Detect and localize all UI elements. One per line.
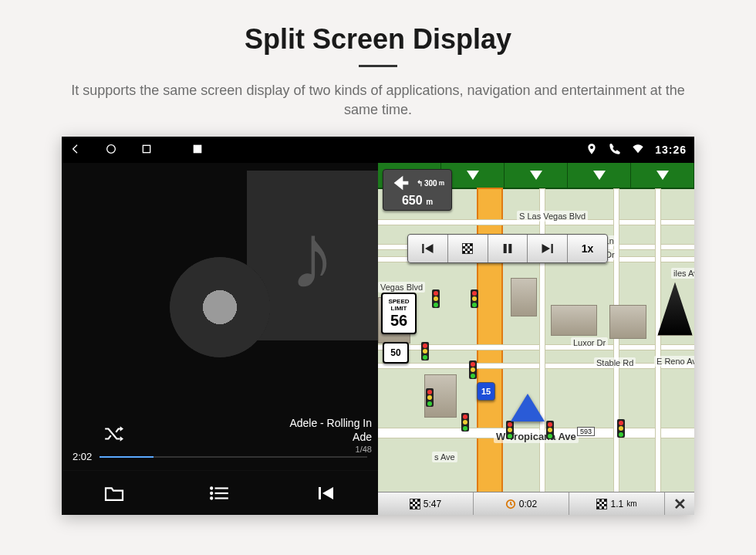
street-label: Luxor Dr	[571, 337, 608, 348]
music-pane: ♪ Adele - Rolling In Ade 1/48 2:02	[62, 163, 378, 515]
flag-icon	[410, 499, 420, 509]
road	[614, 189, 619, 492]
shuffle-button[interactable]	[103, 425, 123, 445]
page-title: Split Screen Display	[0, 23, 756, 56]
svg-point-8	[211, 497, 212, 499]
street-label: iles Ave	[671, 268, 694, 279]
nav-bottom-bar: 5:47 0:02 1.1 km ✕	[378, 492, 694, 515]
street-label: S Las Vegas Blvd	[517, 211, 588, 222]
lane-arrow	[568, 163, 631, 188]
building	[551, 305, 597, 336]
interstate-shield: 15	[477, 382, 495, 401]
pause-button[interactable]	[488, 235, 528, 262]
flag-icon	[596, 499, 607, 509]
svg-rect-13	[504, 244, 507, 253]
svg-marker-12	[425, 244, 434, 253]
phone-icon	[609, 143, 621, 157]
svg-rect-1	[143, 145, 150, 152]
street-label: Vegas Blvd	[378, 282, 425, 293]
street-label: E Reno Ave	[654, 356, 694, 367]
location-icon	[586, 143, 598, 157]
close-button[interactable]: ✕	[665, 492, 694, 515]
recent-apps-icon[interactable]	[140, 143, 153, 157]
clock-icon	[505, 499, 516, 509]
svg-marker-15	[542, 244, 550, 253]
track-index: 1/48	[289, 444, 372, 455]
title-underline	[359, 65, 397, 67]
traffic-light-icon	[461, 413, 469, 431]
traffic-light-icon	[506, 421, 514, 439]
music-note-icon: ♪	[289, 202, 336, 309]
street-label: s Ave	[432, 452, 457, 462]
svg-rect-9	[319, 487, 321, 499]
lane-arrow	[631, 163, 694, 188]
traffic-light-icon	[426, 388, 434, 407]
navigation-pane: 15 S Las Vegas Blvd Koval Ln Duke Elling…	[378, 163, 694, 515]
next-button[interactable]	[528, 235, 568, 262]
progress-bar[interactable]	[100, 456, 367, 458]
track-artist: Ade	[289, 430, 372, 444]
status-bar: 13:26	[62, 137, 694, 163]
road	[378, 364, 694, 368]
svg-rect-11	[423, 244, 424, 253]
record-disc	[170, 257, 270, 357]
building	[511, 278, 537, 316]
elapsed-time: 2:02	[73, 451, 92, 462]
traffic-light-icon	[546, 421, 554, 439]
picture-icon	[191, 143, 204, 157]
traffic-light-icon	[469, 360, 477, 379]
svg-point-6	[211, 487, 212, 489]
back-icon[interactable]	[69, 143, 82, 157]
traffic-light-icon	[421, 342, 429, 360]
arrival-time[interactable]: 5:47	[378, 492, 474, 515]
traffic-light-icon	[432, 289, 440, 308]
device-frame: 13:26 ♪ Adele - Rolling In Ade	[62, 137, 694, 515]
wifi-icon	[632, 143, 644, 157]
route-shield: 50	[383, 342, 409, 364]
track-title: Adele - Rolling In	[289, 416, 372, 430]
page-description: It supports the same screen display of t…	[54, 81, 702, 120]
road	[656, 189, 660, 492]
svg-marker-10	[322, 487, 333, 499]
map-media-controls: 1x	[407, 234, 608, 263]
playlist-button[interactable]	[204, 478, 235, 509]
previous-track-button[interactable]	[310, 478, 341, 509]
svg-rect-2	[194, 145, 202, 154]
time-remaining[interactable]: 0:02	[474, 492, 569, 515]
distance-remaining[interactable]: 1.1 km	[569, 492, 665, 515]
traffic-light-icon	[471, 289, 478, 308]
turn-instruction[interactable]: ↰ 300m 650 m	[383, 169, 452, 211]
traffic-light-icon	[617, 419, 625, 438]
street-label: Stable Rd	[594, 357, 636, 368]
vehicle-position-icon	[511, 394, 545, 421]
building	[609, 305, 646, 339]
checkered-flag-icon[interactable]	[448, 235, 488, 262]
browse-button[interactable]	[99, 478, 130, 509]
svg-point-0	[107, 145, 116, 154]
home-icon[interactable]	[105, 143, 117, 157]
speed-button[interactable]: 1x	[568, 235, 607, 262]
route-badge: 593	[577, 427, 595, 436]
svg-point-7	[211, 492, 212, 494]
clock: 13:26	[655, 144, 687, 156]
lane-arrow	[505, 163, 568, 188]
building	[657, 282, 693, 336]
svg-rect-16	[551, 244, 552, 253]
track-meta: Adele - Rolling In Ade 1/48	[289, 416, 372, 455]
speed-limit-sign: SPEED LIMIT 56	[381, 293, 417, 334]
prev-button[interactable]	[408, 235, 448, 262]
turn-left-icon	[390, 172, 412, 194]
svg-rect-14	[508, 244, 511, 253]
